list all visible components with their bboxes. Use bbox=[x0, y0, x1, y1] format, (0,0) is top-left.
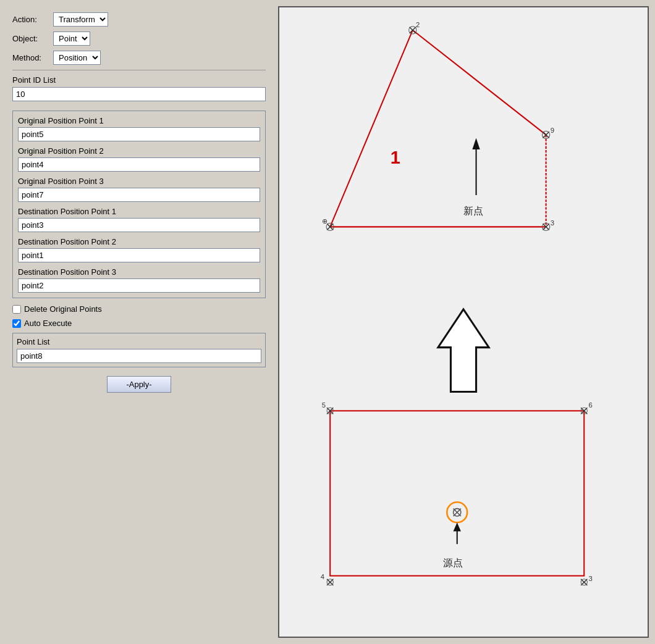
svg-text:源点: 源点 bbox=[443, 557, 463, 568]
point-id-section: Point ID List bbox=[12, 75, 266, 101]
method-row: Method: Position bbox=[12, 51, 266, 65]
svg-text:1: 1 bbox=[391, 148, 400, 167]
object-dropdown[interactable]: Point bbox=[53, 31, 90, 46]
svg-text:5: 5 bbox=[322, 401, 326, 409]
svg-text:4: 4 bbox=[321, 573, 324, 580]
delete-original-row: Delete Original Points bbox=[12, 304, 266, 314]
dest-label-1: Destination Position Point 1 bbox=[18, 207, 260, 216]
apply-button[interactable]: -Apply- bbox=[107, 376, 171, 393]
action-row: Action: Transform bbox=[12, 12, 266, 27]
dest-label-2: Destination Position Point 2 bbox=[18, 237, 260, 246]
object-row: Object: Point bbox=[12, 31, 266, 46]
action-dropdown[interactable]: Transform bbox=[53, 12, 108, 27]
delete-original-checkbox[interactable] bbox=[12, 305, 21, 314]
auto-execute-checkbox[interactable] bbox=[12, 319, 21, 328]
svg-line-0 bbox=[413, 30, 546, 135]
method-dropdown[interactable]: Position bbox=[53, 51, 101, 65]
svg-text:3: 3 bbox=[588, 575, 592, 582]
svg-text:6: 6 bbox=[588, 401, 592, 409]
dest-input-2[interactable] bbox=[18, 248, 260, 262]
orig-field-2: Original Position Point 2 bbox=[18, 146, 260, 172]
orig-field-1: Original Position Point 1 bbox=[18, 116, 260, 141]
point-list-label: Point List bbox=[17, 337, 261, 346]
left-panel: Action: Transform Object: Point Method: … bbox=[6, 6, 272, 638]
orig-input-1[interactable] bbox=[18, 127, 260, 141]
right-panel: 2 9 ⊕ 3 1 新点 5 bbox=[278, 6, 649, 638]
svg-marker-24 bbox=[438, 309, 489, 392]
svg-text:⊕: ⊕ bbox=[322, 217, 328, 225]
orig-label-2: Original Position Point 2 bbox=[18, 146, 260, 156]
dest-input-3[interactable] bbox=[18, 278, 260, 293]
diagram-svg: 2 9 ⊕ 3 1 新点 5 bbox=[279, 7, 648, 637]
orig-input-3[interactable] bbox=[18, 188, 260, 202]
svg-text:9: 9 bbox=[551, 127, 554, 134]
orig-label-3: Original Position Point 3 bbox=[18, 177, 260, 186]
dest-label-3: Destination Position Point 3 bbox=[18, 267, 260, 277]
svg-marker-47 bbox=[454, 522, 461, 531]
point-list-input[interactable] bbox=[17, 349, 261, 363]
point-list-box: Point List bbox=[12, 333, 266, 367]
dest-input-1[interactable] bbox=[18, 218, 260, 232]
point-id-label: Point ID List bbox=[12, 75, 266, 85]
delete-original-label: Delete Original Points bbox=[24, 304, 102, 314]
svg-text:新点: 新点 bbox=[463, 205, 483, 216]
svg-marker-22 bbox=[472, 138, 480, 149]
orig-field-3: Original Position Point 3 bbox=[18, 177, 260, 202]
dest-field-1: Destination Position Point 1 bbox=[18, 207, 260, 232]
method-label: Method: bbox=[12, 53, 49, 62]
object-label: Object: bbox=[12, 34, 49, 43]
divider-1 bbox=[12, 70, 266, 70]
svg-text:3: 3 bbox=[551, 219, 554, 227]
svg-rect-25 bbox=[330, 411, 584, 575]
orig-label-1: Original Position Point 1 bbox=[18, 116, 260, 125]
dest-field-2: Destination Position Point 2 bbox=[18, 237, 260, 262]
original-position-group: Original Position Point 1 Original Posit… bbox=[12, 111, 266, 298]
auto-execute-label: Auto Execute bbox=[24, 319, 72, 328]
svg-line-1 bbox=[330, 30, 413, 227]
action-label: Action: bbox=[12, 15, 49, 24]
dest-field-3: Destination Position Point 3 bbox=[18, 267, 260, 293]
point-id-input[interactable] bbox=[12, 87, 266, 101]
auto-execute-row: Auto Execute bbox=[12, 319, 266, 328]
svg-text:2: 2 bbox=[416, 21, 420, 28]
orig-input-2[interactable] bbox=[18, 157, 260, 172]
